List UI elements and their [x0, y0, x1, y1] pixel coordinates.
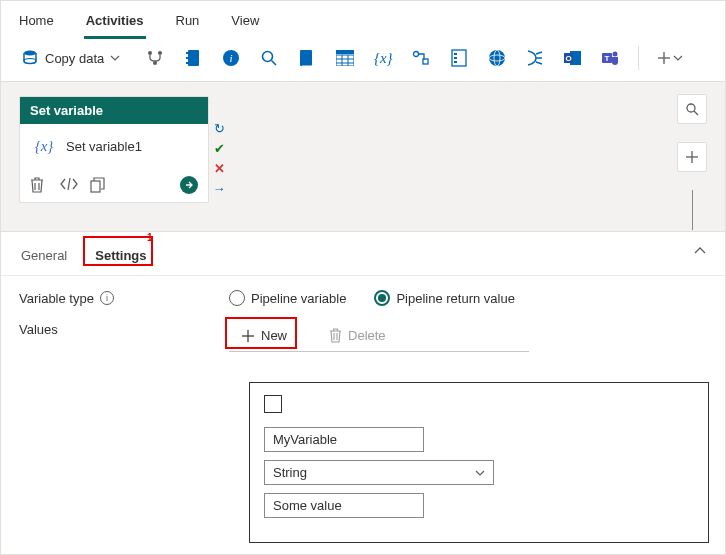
activity-name: Set variable1 — [66, 139, 142, 154]
actions-underline — [229, 351, 529, 352]
value-value-input[interactable]: Some value — [264, 493, 424, 518]
activity-card[interactable]: Set variable {x} Set variable1 — [19, 96, 209, 203]
tab-general[interactable]: General — [19, 242, 69, 269]
svg-rect-15 — [336, 55, 354, 66]
topnav-activities[interactable]: Activities — [84, 9, 146, 39]
svg-rect-5 — [188, 50, 199, 66]
values-label: Values — [19, 322, 229, 337]
svg-rect-8 — [186, 62, 189, 64]
globe-icon[interactable] — [488, 49, 506, 67]
table-icon[interactable] — [336, 49, 354, 67]
activity-header: Set variable — [20, 97, 208, 124]
svg-rect-7 — [186, 57, 189, 59]
svg-point-2 — [148, 51, 152, 55]
annotation-settings-num: 1 — [147, 232, 153, 243]
variable-icon: {x} — [30, 134, 58, 158]
svg-rect-24 — [454, 57, 457, 59]
trash-icon — [329, 328, 342, 343]
search-icon[interactable] — [260, 49, 278, 67]
plus-icon — [241, 329, 255, 343]
radio-pipeline-return-value[interactable]: Pipeline return value — [374, 290, 515, 306]
variable-icon[interactable]: {x} — [374, 49, 392, 67]
radio-pipeline-variable-label: Pipeline variable — [251, 291, 346, 306]
canvas-zoom-track[interactable] — [692, 190, 693, 230]
delete-value-button[interactable]: Delete — [317, 322, 398, 349]
value-type-select[interactable]: String — [264, 460, 494, 485]
form-icon[interactable] — [450, 49, 468, 67]
script-icon[interactable] — [298, 49, 316, 67]
pipeline-canvas: Set variable {x} Set variable1 ↻ ✔ ✕ → — [1, 82, 725, 232]
info-icon[interactable]: i — [222, 49, 240, 67]
svg-line-39 — [694, 111, 698, 115]
svg-rect-14 — [336, 50, 354, 54]
top-navigation: Home Activities Run View — [1, 1, 725, 39]
yammer-icon[interactable] — [526, 49, 544, 67]
branch-icon[interactable] — [146, 49, 164, 67]
clone-icon[interactable] — [90, 177, 106, 193]
connector-success-icon[interactable]: ✔ — [211, 140, 227, 156]
svg-line-12 — [272, 61, 277, 66]
code-icon[interactable] — [60, 177, 76, 193]
radio-pipeline-return-value-label: Pipeline return value — [396, 291, 515, 306]
properties-tabs: General Settings 1 — [1, 232, 725, 276]
notebook-icon[interactable] — [184, 49, 202, 67]
copy-data-button[interactable]: Copy data — [13, 45, 128, 71]
svg-point-11 — [263, 52, 273, 62]
topnav-home[interactable]: Home — [17, 9, 56, 39]
svg-rect-25 — [454, 61, 457, 63]
svg-point-34 — [613, 52, 618, 57]
tab-settings[interactable]: Settings — [93, 242, 148, 269]
collapse-pane-icon[interactable] — [693, 244, 707, 261]
activity-connectors: ↻ ✔ ✕ → — [211, 120, 227, 196]
svg-point-20 — [414, 52, 419, 57]
topnav-run[interactable]: Run — [174, 9, 202, 39]
canvas-search-button[interactable] — [677, 94, 707, 124]
chevron-down-icon — [110, 53, 120, 63]
toolbar-add-button[interactable] — [657, 51, 683, 65]
flow-icon[interactable] — [412, 49, 430, 67]
new-button-label: New — [261, 329, 287, 342]
toolbar-divider — [638, 46, 639, 70]
new-value-button[interactable]: New — [229, 323, 299, 349]
svg-point-3 — [158, 51, 162, 55]
chevron-down-icon — [673, 53, 683, 63]
plus-icon — [657, 51, 671, 65]
svg-point-26 — [489, 50, 505, 66]
value-row-checkbox[interactable] — [264, 395, 282, 413]
trash-icon[interactable] — [30, 177, 46, 193]
info-icon[interactable]: i — [100, 291, 114, 305]
value-type-label: String — [273, 465, 307, 480]
variable-type-label: Variable type i — [19, 291, 229, 306]
svg-rect-37 — [91, 181, 100, 192]
delete-button-label: Delete — [348, 329, 386, 342]
svg-rect-13 — [300, 50, 312, 66]
copy-data-label: Copy data — [45, 51, 104, 66]
svg-text:T: T — [605, 54, 610, 63]
svg-text:O: O — [566, 54, 572, 63]
svg-point-0 — [24, 51, 36, 56]
radio-pipeline-variable[interactable]: Pipeline variable — [229, 290, 346, 306]
topnav-view[interactable]: View — [229, 9, 261, 39]
svg-text:i: i — [230, 52, 233, 64]
connector-skip-icon[interactable]: → — [211, 180, 227, 196]
svg-rect-6 — [186, 52, 189, 54]
tab-settings-label: Settings — [95, 248, 146, 263]
svg-rect-23 — [454, 53, 457, 55]
connector-loop-icon[interactable]: ↻ — [211, 120, 227, 136]
settings-pane: Variable type i Pipeline variable Pipeli… — [1, 276, 725, 555]
teams-icon[interactable]: T — [602, 49, 620, 67]
canvas-add-button[interactable] — [677, 142, 707, 172]
run-icon[interactable] — [180, 176, 198, 194]
copy-data-icon — [21, 49, 39, 67]
value-name-input[interactable]: MyVariable — [264, 427, 424, 452]
connector-fail-icon[interactable]: ✕ — [211, 160, 227, 176]
svg-point-38 — [687, 104, 695, 112]
activity-toolbar: Copy data i {x} O T — [1, 39, 725, 82]
value-row-card: MyVariable String Some value — [249, 382, 709, 543]
outlook-icon[interactable]: O — [564, 49, 582, 67]
chevron-down-icon — [475, 468, 485, 478]
